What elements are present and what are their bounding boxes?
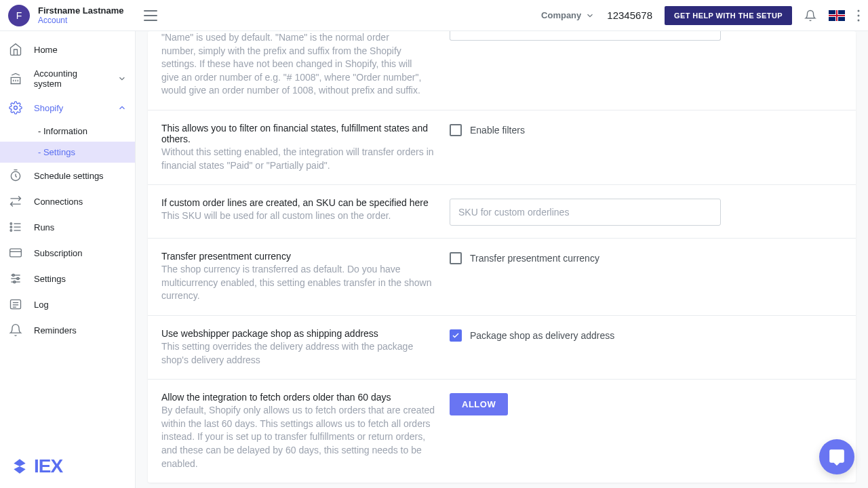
home-icon	[8, 43, 23, 56]
sidebar-item-reminders[interactable]: Reminders	[0, 317, 135, 343]
sidebar-item-schedule[interactable]: Schedule settings	[0, 163, 135, 188]
sidebar-subitem-settings[interactable]: - Settings	[0, 142, 135, 163]
setting-title: This allows you to filter on financial s…	[161, 123, 436, 144]
sidebar-item-label: Reminders	[34, 325, 77, 336]
sidebar-item-settings[interactable]: Settings	[0, 266, 135, 291]
setting-title: If custom order lines are created, an SK…	[161, 197, 436, 208]
chevron-down-icon	[585, 11, 595, 20]
setting-desc: Without this setting enabled, the integr…	[161, 146, 436, 172]
svg-point-7	[10, 230, 12, 232]
sidebar-item-home[interactable]: Home	[0, 37, 135, 62]
gear-icon	[8, 101, 23, 115]
avatar[interactable]: F	[8, 5, 30, 26]
sidebar-item-log[interactable]: Log	[0, 291, 135, 317]
setting-title: Allow the integration to fetch orders ol…	[161, 392, 436, 403]
sidebar-item-label: Schedule settings	[34, 171, 104, 181]
settings-card: "Name" is used by default. "Name" is the…	[148, 31, 856, 483]
chevron-down-icon	[117, 74, 127, 83]
sidebar-item-label: Accounting system	[34, 68, 107, 89]
setting-desc: "Name" is used by default. "Name" is the…	[148, 31, 436, 110]
svg-point-6	[10, 226, 12, 228]
sidebar-item-label: Connections	[34, 197, 83, 207]
sliders-icon	[8, 272, 23, 285]
sidebar-item-connections[interactable]: Connections	[0, 188, 135, 214]
list-icon	[8, 220, 23, 234]
setting-desc: This setting overrides the delivery addr…	[161, 340, 436, 367]
company-selector[interactable]: Company	[541, 10, 595, 20]
currency-checkbox[interactable]	[450, 252, 462, 264]
user-section: F Firstname Lastname Account	[8, 5, 136, 26]
bell-icon	[8, 323, 23, 337]
hamburger-icon[interactable]	[144, 10, 157, 21]
setting-row-currency: Transfer presentment currency The shop c…	[148, 239, 856, 316]
allow-button[interactable]: ALLOW	[450, 393, 508, 415]
setting-desc: This SKU will be used for all custom lin…	[161, 209, 436, 223]
svg-point-0	[858, 9, 860, 12]
sidebar-item-label: Settings	[34, 274, 66, 284]
setting-row-sku: If custom order lines are created, an SK…	[148, 185, 856, 239]
chat-fab[interactable]	[819, 439, 854, 474]
transfer-icon	[8, 195, 23, 208]
main-content: "Name" is used by default. "Name" is the…	[136, 31, 868, 488]
sku-input[interactable]	[450, 199, 721, 226]
svg-point-2	[858, 19, 860, 21]
setting-title: Use webshipper package shop as shipping …	[161, 328, 436, 339]
sidebar-subitem-information[interactable]: - Information	[0, 121, 135, 142]
svg-rect-11	[10, 249, 22, 257]
svg-point-1	[858, 14, 860, 16]
enable-filters-checkbox[interactable]	[450, 124, 462, 136]
sidebar-item-shopify[interactable]: Shopify	[0, 95, 135, 121]
sidebar-item-label: Subscription	[34, 248, 83, 258]
more-menu-icon[interactable]	[857, 9, 860, 22]
checkbox-label: Enable filters	[470, 125, 525, 136]
setting-desc: By default, Shopify only allows us to fe…	[161, 404, 436, 470]
logo-text: IEX	[34, 455, 62, 477]
checkbox-label: Transfer presentment currency	[470, 253, 599, 264]
header-right: Company 12345678 GET HELP WITH THE SETUP	[541, 6, 860, 25]
setting-title: Transfer presentment currency	[161, 251, 436, 262]
sidebar: Home Accounting system Shopify - Informa…	[0, 31, 136, 488]
svg-point-3	[14, 106, 18, 110]
logo: IEX	[0, 445, 135, 488]
bank-icon	[8, 72, 23, 85]
stopwatch-icon	[8, 169, 23, 182]
help-button[interactable]: GET HELP WITH THE SETUP	[665, 6, 792, 25]
credit-card-icon	[8, 246, 23, 260]
sidebar-item-label: Shopify	[34, 103, 63, 113]
setting-row-package-shop: Use webshipper package shop as shipping …	[148, 316, 856, 380]
setting-desc: The shop currency is transferred as defa…	[161, 263, 436, 303]
package-shop-checkbox[interactable]	[450, 329, 462, 342]
setting-row-filters: This allows you to filter on financial s…	[148, 110, 856, 185]
sidebar-item-label: Runs	[34, 222, 54, 232]
sidebar-item-runs[interactable]: Runs	[0, 214, 135, 240]
svg-point-5	[10, 223, 12, 225]
chevron-up-icon	[117, 103, 127, 113]
company-id: 12345678	[607, 9, 652, 21]
chat-icon	[828, 448, 846, 466]
log-icon	[8, 298, 23, 311]
user-name: Firstname Lastname	[38, 5, 123, 16]
order-number-input-partial[interactable]	[450, 31, 721, 41]
sidebar-item-label: Log	[34, 300, 49, 310]
checkbox-label: Package shop as delivery address	[470, 330, 614, 341]
user-info: Firstname Lastname Account	[38, 5, 123, 25]
bell-icon[interactable]	[804, 9, 816, 22]
flag-uk-icon[interactable]	[829, 10, 845, 21]
sidebar-item-accounting[interactable]: Accounting system	[0, 62, 135, 95]
company-label: Company	[541, 10, 581, 20]
account-link[interactable]: Account	[38, 16, 123, 25]
setting-row-allow-old-orders: Allow the integration to fetch orders ol…	[148, 380, 856, 483]
logo-mark-icon	[11, 458, 28, 475]
sidebar-item-subscription[interactable]: Subscription	[0, 240, 135, 266]
app-header: F Firstname Lastname Account Company 123…	[0, 0, 868, 31]
sidebar-item-label: Home	[34, 45, 58, 55]
